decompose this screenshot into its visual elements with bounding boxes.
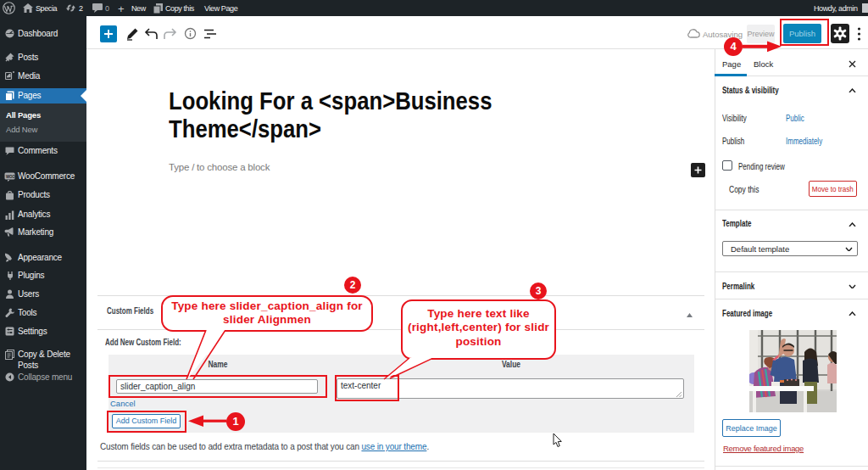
svg-text:WOO: WOO <box>6 175 15 179</box>
